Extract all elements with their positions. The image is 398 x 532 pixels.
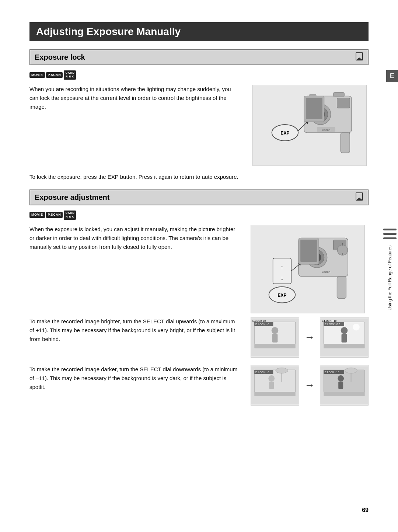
exposure-lock-description: When you are recording in situations whe… <box>29 85 240 111</box>
svg-rect-37 <box>300 240 317 262</box>
svg-rect-25 <box>337 276 346 298</box>
side-text-label: Using the Full Range of Features <box>387 246 392 310</box>
svg-text:E.LOCK ±0: E.LOCK ±0 <box>255 323 269 326</box>
svg-text:EXP: EXP <box>281 131 290 136</box>
side-bar-2 <box>383 233 397 235</box>
bright-after-svg: E.LOCK +10 <box>320 317 368 358</box>
card-rec2-line2: R E C <box>66 215 74 219</box>
svg-marker-1 <box>356 58 363 60</box>
card-rec-line2: R E C <box>66 75 74 79</box>
bright-before-image: E.LOCK ±0 E.LOCK ±0 <box>251 317 299 358</box>
svg-rect-58 <box>269 381 274 389</box>
exposure-lock-icon <box>355 52 363 62</box>
darker-arrow: → <box>304 379 315 391</box>
svg-point-47 <box>341 327 348 334</box>
exposure-lock-content: When you are recording in situations whe… <box>29 85 369 166</box>
bookmark-icon <box>355 52 363 60</box>
bright-before-svg: E.LOCK ±0 <box>251 317 299 358</box>
card-rec-badge: CARD R E C <box>64 70 76 80</box>
brighter-text: To make the recorded image brighter, tur… <box>29 317 240 358</box>
svg-point-49 <box>353 323 360 330</box>
svg-text:E.LOCK +10: E.LOCK +10 <box>325 323 340 326</box>
svg-marker-19 <box>356 198 363 200</box>
svg-rect-17 <box>306 98 322 119</box>
svg-rect-9 <box>334 92 345 97</box>
card-rec-line1: CARD <box>65 71 74 75</box>
svg-text:E.LOCK −10: E.LOCK −10 <box>325 371 339 373</box>
dark-before-image: E.LOCK ±0 <box>251 365 299 406</box>
svg-text:Canon: Canon <box>322 128 330 132</box>
exposure-lock-title: Exposure lock <box>35 53 85 62</box>
exposure-adjustment-desc1: When the exposure is locked, you can adj… <box>29 225 240 251</box>
pscan-badge-2: P.SCAN <box>46 212 63 218</box>
card-rec-badge-2: CARD R E C <box>64 211 76 220</box>
dark-before-svg: E.LOCK ±0 <box>251 365 299 406</box>
svg-rect-50 <box>324 344 364 348</box>
movie-badge: MOVIE <box>29 72 45 78</box>
camera-svg-2: Canon ↑ ↓ ↑ ↓ EXP <box>251 225 364 313</box>
movie-badge-2: MOVIE <box>29 212 45 218</box>
page-container: E Using the Full Range of Features Adjus… <box>0 0 398 532</box>
card-rec2-line1: CARD <box>65 211 74 215</box>
darker-desc: To make the recorded image darker, turn … <box>29 365 240 392</box>
exposure-lock-text: When you are recording in situations whe… <box>29 85 240 166</box>
svg-text:↑: ↑ <box>280 263 284 271</box>
brighter-row: To make the recorded image brighter, tur… <box>29 317 369 358</box>
exposure-lock-image: Canon EXP <box>251 85 369 166</box>
svg-point-57 <box>268 375 275 382</box>
svg-rect-48 <box>342 334 347 342</box>
exposure-lock-badges: MOVIE P.SCAN CARD R E C <box>29 70 369 80</box>
svg-text:↑: ↑ <box>342 242 343 246</box>
dark-after-image: E.LOCK −10 <box>320 365 369 406</box>
svg-rect-68 <box>324 392 364 396</box>
svg-text:↓: ↓ <box>342 252 343 256</box>
bright-before-label: E.LOCK ±0 <box>252 320 266 322</box>
svg-rect-7 <box>341 133 350 153</box>
exposure-lock-header: Exposure lock <box>29 49 369 65</box>
exposure-adjustment-icon <box>355 192 363 202</box>
page-number: 69 <box>362 507 369 514</box>
camera-svg-1: Canon EXP <box>253 85 366 166</box>
svg-rect-59 <box>254 392 295 396</box>
side-decoration: Using the Full Range of Features <box>382 229 398 310</box>
svg-text:Canon: Canon <box>322 270 330 273</box>
svg-text:EXP: EXP <box>278 292 287 298</box>
exposure-adjustment-left: When the exposure is locked, you can adj… <box>29 225 240 313</box>
exposure-lock-follow-text: To lock the exposure, press the EXP butt… <box>29 173 369 181</box>
pscan-badge: P.SCAN <box>46 72 63 78</box>
exposure-adjustment-badges: MOVIE P.SCAN CARD R E C <box>29 211 369 220</box>
exposure-adjustment-content: When the exposure is locked, you can adj… <box>29 225 369 313</box>
side-letter-e: E <box>386 70 398 82</box>
svg-text:↓: ↓ <box>280 274 284 281</box>
dark-after-svg: E.LOCK −10 <box>320 365 368 406</box>
svg-point-65 <box>345 368 357 373</box>
svg-rect-41 <box>272 334 278 342</box>
bright-after-label: E.LOCK +10 <box>322 320 336 322</box>
svg-rect-42 <box>254 344 295 348</box>
bookmark-icon-2 <box>355 192 363 201</box>
svg-point-66 <box>338 375 344 382</box>
brighter-desc: To make the recorded image brighter, tur… <box>29 317 240 344</box>
brighter-images: E.LOCK ±0 E.LOCK ±0 → E <box>251 317 369 358</box>
letter-e-text: E <box>390 72 394 80</box>
svg-point-56 <box>276 368 288 373</box>
svg-rect-67 <box>338 381 343 389</box>
svg-point-40 <box>272 327 279 334</box>
brighter-arrow: → <box>304 331 315 343</box>
exposure-adjustment-header: Exposure adjustment <box>29 189 369 205</box>
exposure-adjustment-title: Exposure adjustment <box>35 193 109 202</box>
side-bar-3 <box>383 237 397 239</box>
page-title: Adjusting Exposure Manually <box>29 22 369 41</box>
side-vertical-text: Using the Full Range of Features <box>387 246 393 310</box>
camera-illustration-2: Canon ↑ ↓ ↑ ↓ EXP <box>251 225 365 313</box>
darker-images: E.LOCK ±0 → E.LOCK −10 <box>251 365 369 406</box>
side-bar-1 <box>383 229 397 230</box>
bright-after-image: E.LOCK +10 E.LOCK +10 <box>320 317 369 358</box>
darker-text: To make the recorded image darker, turn … <box>29 365 240 406</box>
svg-text:E.LOCK ±0: E.LOCK ±0 <box>255 371 269 374</box>
svg-rect-6 <box>337 98 350 108</box>
camera-illustration-1: Canon EXP <box>252 85 367 166</box>
exposure-adjustment-right: Canon ↑ ↓ ↑ ↓ EXP <box>251 225 369 313</box>
darker-row: To make the recorded image darker, turn … <box>29 365 369 406</box>
